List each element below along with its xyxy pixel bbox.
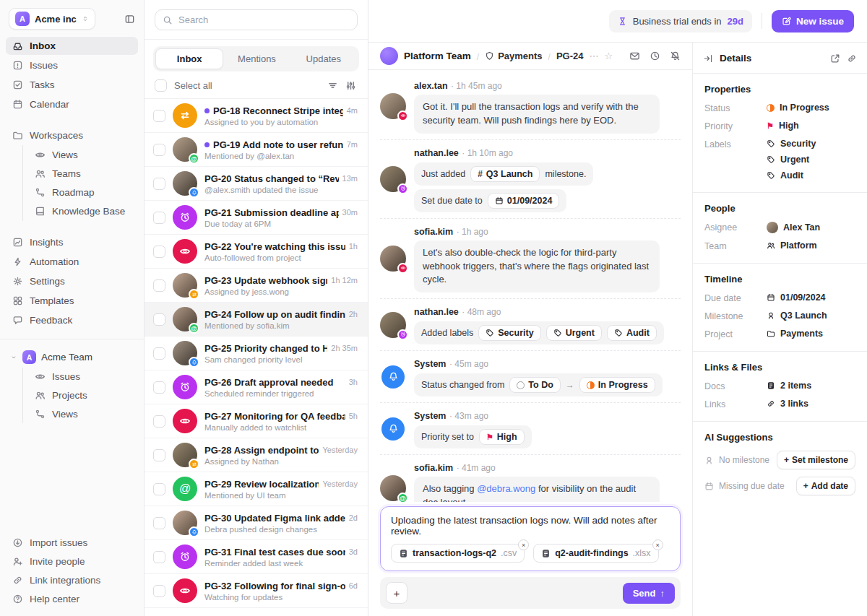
collapse-sidebar-icon[interactable] — [124, 14, 135, 25]
row-checkbox[interactable] — [153, 279, 165, 292]
priority-value[interactable]: ⚑High — [767, 121, 799, 131]
more-icon[interactable]: ⋯ — [589, 51, 598, 61]
list-item-pg31[interactable]: PG-31 Final test cases due soon3dReminde… — [144, 540, 368, 574]
sidebar-item-issues[interactable]: Issues — [6, 56, 138, 74]
row-checkbox[interactable] — [153, 381, 165, 394]
milestone-value[interactable]: Q3 Launch — [767, 311, 827, 321]
list-item-pg22[interactable]: PG-22 You're watching this issue1hAuto-f… — [144, 235, 368, 269]
remove-attachment-icon[interactable]: × — [518, 539, 529, 550]
list-item-pg28[interactable]: PG-28 Assign endpoint token r...Yesterda… — [144, 438, 368, 472]
sidebar-item-automation[interactable]: Automation — [6, 253, 138, 271]
sidebar-item-templates[interactable]: Templates — [6, 292, 138, 310]
sidebar-item-feedback[interactable]: Feedback — [6, 311, 138, 329]
sidebar-item-teams[interactable]: Teams — [27, 165, 138, 183]
attachment-chip[interactable]: q2-audit-findings.xlsx × — [533, 544, 658, 563]
add-date-button[interactable]: +Add date — [796, 477, 855, 495]
links-value[interactable]: 3 links — [767, 399, 808, 409]
new-issue-button[interactable]: New issue — [772, 10, 854, 32]
copy-link-icon[interactable] — [847, 53, 857, 64]
tab-mentions[interactable]: Mentions — [223, 48, 290, 69]
open-external-icon[interactable] — [830, 53, 840, 64]
attachment-chip[interactable]: transaction-logs-q2.csv × — [391, 544, 525, 563]
sidebar-item-team-views[interactable]: Views — [27, 405, 138, 423]
sidebar-item-team-issues[interactable]: Issues — [27, 368, 138, 386]
label-chip[interactable]: Urgent — [546, 325, 602, 341]
sidebar-item-help-center[interactable]: Help center — [6, 590, 138, 608]
row-checkbox[interactable] — [153, 110, 165, 122]
sidebar-item-link-integrations[interactable]: Link integrations — [6, 571, 138, 589]
breadcrumb-project[interactable]: Payments — [485, 51, 542, 61]
team-value[interactable]: Platform — [767, 240, 817, 251]
sidebar-item-knowledge-base[interactable]: Knowledge Base — [27, 202, 138, 220]
list-item-pg20[interactable]: PG-20 Status changed to “Review”13m@alex… — [144, 167, 368, 201]
row-checkbox[interactable] — [153, 517, 165, 529]
trial-badge[interactable]: Business trial ends in 29d — [609, 10, 752, 32]
star-icon[interactable]: ☆ — [604, 51, 613, 61]
tab-inbox[interactable]: Inbox — [155, 48, 223, 69]
breadcrumb-team[interactable]: Platform Team — [404, 51, 471, 61]
remove-attachment-icon[interactable]: × — [652, 539, 663, 550]
row-checkbox[interactable] — [153, 178, 165, 190]
row-checkbox[interactable] — [153, 551, 165, 563]
list-item-pg27[interactable]: PG-27 Monitoring for QA feedback5hManual… — [144, 404, 368, 438]
row-checkbox[interactable] — [153, 144, 165, 156]
docs-value[interactable]: 2 items — [767, 381, 811, 391]
list-item-pg32[interactable]: PG-32 Following for final sign-off6dWatc… — [144, 574, 368, 608]
row-checkbox[interactable] — [153, 415, 165, 428]
select-all-checkbox[interactable] — [155, 79, 167, 92]
label-value[interactable]: Urgent — [767, 155, 816, 165]
search-box[interactable] — [155, 9, 358, 30]
milestone-chip[interactable]: #Q3 Launch — [470, 166, 540, 182]
bell-off-icon[interactable] — [670, 51, 681, 61]
breadcrumb-issue-id[interactable]: PG-24 — [556, 51, 584, 61]
row-checkbox[interactable] — [153, 449, 165, 461]
row-checkbox[interactable] — [153, 212, 165, 224]
due-date-value[interactable]: 01/09/2024 — [767, 292, 826, 303]
sidebar-item-invite-people[interactable]: Invite people — [6, 552, 138, 571]
label-chip[interactable]: Security — [478, 325, 540, 341]
label-value[interactable]: Security — [767, 139, 816, 149]
sidebar-item-calendar[interactable]: Calendar — [6, 95, 138, 113]
sidebar-item-views[interactable]: Views — [27, 146, 138, 164]
row-checkbox[interactable] — [153, 585, 165, 597]
status-chip-todo[interactable]: To Do — [509, 377, 560, 393]
sidebar-item-import-issues[interactable]: Import issues — [6, 534, 138, 552]
status-chip-in-progress[interactable]: In Progress — [579, 377, 655, 393]
workspace-switcher[interactable]: A Acme inc — [9, 8, 95, 30]
list-item-pg24-selected[interactable]: @ PG-24 Follow up on audit findings2hMen… — [144, 303, 368, 337]
status-value[interactable]: In Progress — [767, 103, 829, 113]
label-value[interactable]: Audit — [767, 170, 816, 181]
clock-icon[interactable] — [650, 51, 660, 61]
row-checkbox[interactable] — [153, 246, 165, 258]
row-checkbox[interactable] — [153, 347, 165, 360]
sliders-icon[interactable] — [345, 80, 356, 91]
user-mention[interactable]: @debra.wong — [477, 483, 535, 494]
list-item-pg18[interactable]: PG-18 Reconnect Stripe integration4mAssi… — [144, 99, 368, 133]
collapse-panel-icon[interactable] — [703, 53, 713, 64]
assignee-value[interactable]: Alex Tan — [767, 222, 820, 233]
composer-input[interactable]: Uploading the latest transaction logs no… — [380, 506, 681, 571]
sidebar-item-settings[interactable]: Settings — [6, 272, 138, 290]
list-item-pg25[interactable]: PG-25 Priority changed to High2h 35mSam … — [144, 337, 368, 370]
send-button[interactable]: Send↑ — [623, 583, 675, 604]
add-attachment-button[interactable]: + — [386, 582, 407, 604]
search-input[interactable] — [178, 14, 350, 25]
sidebar-item-tasks[interactable]: Tasks — [6, 76, 138, 94]
sidebar-item-roadmap[interactable]: Roadmap — [27, 183, 138, 201]
row-checkbox[interactable] — [153, 483, 165, 495]
list-item-pg21[interactable]: PG-21 Submission deadline approa...30mDu… — [144, 201, 368, 235]
project-value[interactable]: Payments — [767, 329, 823, 339]
tab-updates[interactable]: Updates — [290, 48, 357, 69]
priority-chip[interactable]: ⚑High — [479, 429, 525, 445]
list-item-pg19[interactable]: @ PG-19 Add note to user refund case7mMe… — [144, 133, 368, 167]
list-item-pg29[interactable]: @ PG-29 Review localization strin...Yest… — [144, 472, 368, 506]
due-date-chip[interactable]: 01/09/2024 — [488, 193, 560, 209]
filter-icon[interactable] — [327, 80, 338, 91]
list-item-pg23[interactable]: PG-23 Update webhook signatur...1h 12mAs… — [144, 269, 368, 303]
team-section-header[interactable]: A Acme Team — [6, 347, 138, 367]
row-checkbox[interactable] — [153, 313, 165, 326]
sidebar-item-team-projects[interactable]: Projects — [27, 386, 138, 404]
mail-icon[interactable] — [629, 51, 640, 61]
sidebar-item-inbox[interactable]: Inbox — [6, 37, 138, 55]
sidebar-item-workspaces[interactable]: Workspaces — [6, 126, 138, 144]
